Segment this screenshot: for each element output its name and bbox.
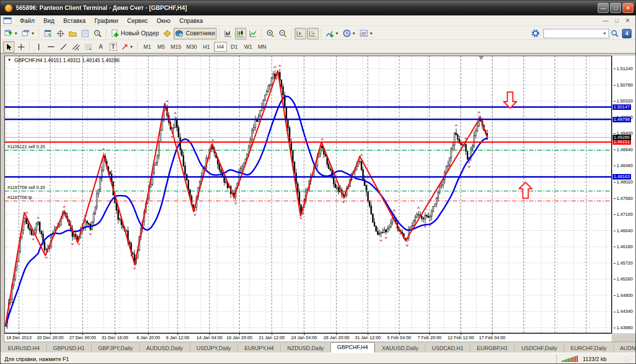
toolbar-separator xyxy=(39,28,40,38)
chart-tab-gbpusd[interactable]: GBPUSD,H1 xyxy=(46,344,92,353)
chart-tab-usdjpy[interactable]: USDJPY,Daily xyxy=(190,344,238,353)
line-chart-button[interactable] xyxy=(247,28,259,39)
maximize-button[interactable]: □ xyxy=(610,3,621,13)
chart-tab-audnzd[interactable]: AUDNZD,H4 xyxy=(613,344,636,353)
time-tick-label: 6 Jan 20:00 xyxy=(136,335,160,340)
chevron-down-icon: ▼ xyxy=(14,31,18,36)
metaeditor-button[interactable] xyxy=(161,28,173,39)
menu-item-7[interactable]: Справка xyxy=(175,16,208,25)
periods-button[interactable]: ▼ xyxy=(341,28,357,39)
market-watch-button[interactable] xyxy=(42,28,54,39)
new-order-button[interactable]: Новый Ордер xyxy=(109,28,160,39)
svg-text:#1197708 sell 0.20: #1197708 sell 0.20 xyxy=(7,185,45,190)
horizontal-line-tool-button[interactable] xyxy=(45,41,57,53)
templates-button[interactable]: ▼ xyxy=(358,28,375,39)
menu-item-6[interactable]: Окно xyxy=(152,16,175,25)
time-tick-label: 16 Jan 20:00 xyxy=(226,335,252,340)
strategy-tester-button[interactable] xyxy=(92,28,104,39)
crosshair-nav-button[interactable] xyxy=(55,28,66,39)
equidistant-channel-tool-button[interactable]: E xyxy=(70,41,82,53)
crosshair-tool-button[interactable] xyxy=(15,41,27,53)
favorites-button[interactable] xyxy=(67,28,79,39)
connection-bars-icon xyxy=(562,355,579,363)
chart-tab-xauusd[interactable]: XAUUSD,Daily xyxy=(375,344,424,353)
settings-gear-button[interactable] xyxy=(530,28,541,39)
fibonacci-tool-button[interactable]: F xyxy=(83,41,94,53)
timeframe-d1[interactable]: D1 xyxy=(228,42,241,52)
vertical-line-tool-button[interactable] xyxy=(33,41,44,53)
zoom-out-button[interactable] xyxy=(277,28,289,39)
menu-item-3[interactable]: Вставка xyxy=(59,16,90,25)
timeframe-buttons: M1M5M15M30H1H4D1W1MN xyxy=(140,42,269,52)
chart-tab-eurchf[interactable]: EURCHF,Daily xyxy=(564,344,613,353)
candlestick-chart-button[interactable] xyxy=(235,28,246,39)
time-axis[interactable]: 18 Dec 201320 Dec 20:0027 Dec 00:0031 De… xyxy=(4,333,612,342)
chart-tab-usdcad[interactable]: USDCAD,H1 xyxy=(425,344,470,353)
price-level-badge: 1.50147 xyxy=(613,104,631,110)
chart-tab-eurjpy[interactable]: EURJPY,H4 xyxy=(237,344,280,353)
mdi-minimize-button[interactable]: — xyxy=(602,17,610,24)
auto-scroll-button[interactable] xyxy=(295,28,306,39)
search-area: ▼ 4 xyxy=(529,28,634,39)
close-button[interactable]: ✕ xyxy=(623,3,634,13)
minimize-button[interactable]: — xyxy=(598,3,609,13)
text-tool-button[interactable]: A xyxy=(95,41,106,53)
timeframe-h1[interactable]: H1 xyxy=(200,42,213,52)
price-tick-label: 1.51240 xyxy=(614,66,633,71)
resize-grip[interactable] xyxy=(624,357,631,364)
toolbar-separator xyxy=(291,28,292,38)
arrows-tool-button[interactable]: ▼ xyxy=(120,41,135,53)
mdi-restore-button[interactable]: □ xyxy=(613,17,621,24)
chart-tab-eurgbp[interactable]: EURGBP,H1 xyxy=(470,344,514,353)
cursor-tool-button[interactable] xyxy=(3,41,14,53)
profiles-button[interactable]: ▼ xyxy=(20,28,36,39)
chart-tab-usdchf[interactable]: USDCHF,Daily xyxy=(514,344,563,353)
mdi-close-button[interactable]: ✕ xyxy=(624,17,632,24)
price-tick-label: 1.45260 xyxy=(614,276,633,281)
timeframe-m1[interactable]: M1 xyxy=(141,42,154,52)
toolbar-separator xyxy=(106,28,107,38)
chart-tab-gbpjpy[interactable]: GBPJPY,Daily xyxy=(91,344,139,353)
expert-advisors-label: Советники xyxy=(186,30,215,37)
timeframe-h4[interactable]: H4 xyxy=(214,42,227,52)
standard-toolbar: ▼ ▼ Новый Ордер Сов xyxy=(0,26,636,40)
price-chart[interactable]: #1105121 sell 0.20#1197708 sell 0.20#119… xyxy=(4,56,612,333)
bar-chart-button[interactable] xyxy=(222,28,234,39)
timeframe-mn[interactable]: MN xyxy=(256,42,269,52)
chart-tab-audusd[interactable]: AUDUSD,Daily xyxy=(139,344,190,353)
chevron-down-icon[interactable]: ▼ xyxy=(603,31,607,36)
search-input[interactable] xyxy=(543,29,609,38)
trendline-tool-button[interactable] xyxy=(58,41,69,53)
timeframe-w1[interactable]: W1 xyxy=(242,42,255,52)
timeframe-m5[interactable]: M5 xyxy=(155,42,168,52)
chart-tab-gbpchf[interactable]: GBPCHF,H4 xyxy=(330,342,375,353)
notifications-badge[interactable]: 4 xyxy=(622,29,632,38)
menu-item-4[interactable]: Графики xyxy=(90,16,123,25)
menu-item-5[interactable]: Сервис xyxy=(123,16,152,25)
time-tick-label: 24 Jan 04:00 xyxy=(291,335,317,340)
search-button[interactable] xyxy=(609,28,620,39)
new-chart-button[interactable]: ▼ xyxy=(3,28,19,39)
price-tick-label: 1.45720 xyxy=(614,261,633,266)
price-tick-label: 1.43880 xyxy=(614,325,633,330)
time-tick-label: 20 Dec 20:00 xyxy=(37,335,64,340)
chart-shift-button[interactable] xyxy=(307,28,318,39)
price-tick-label: 1.48480 xyxy=(614,163,633,168)
zoom-in-button[interactable] xyxy=(265,28,276,39)
time-tick-label: 12 Feb 12:00 xyxy=(447,335,474,340)
chart-tab-nzdusd[interactable]: NZDUSD,Daily xyxy=(280,344,330,353)
data-window-button[interactable] xyxy=(80,28,91,39)
menu-item-1[interactable]: Файл xyxy=(15,16,39,25)
time-tick-label: 9 Jan 12:00 xyxy=(166,335,189,340)
price-axis[interactable]: 1.512401.507801.503201.498601.494001.489… xyxy=(612,56,636,333)
collapse-triangle-icon[interactable]: ▼ xyxy=(7,58,11,63)
timeframe-m15[interactable]: M15 xyxy=(169,42,183,52)
text-label-tool-button[interactable]: T xyxy=(107,41,119,53)
toolbar-separator xyxy=(219,28,220,38)
expert-advisors-button[interactable]: Советники xyxy=(174,28,216,39)
chart-tab-eurusd[interactable]: EURUSD,H4 xyxy=(1,344,46,353)
menu-item-2[interactable]: Вид xyxy=(39,16,59,25)
indicators-button[interactable]: ▼ xyxy=(324,28,340,39)
timeframe-m30[interactable]: M30 xyxy=(184,42,199,52)
price-tick-label: 1.44340 xyxy=(614,309,633,314)
